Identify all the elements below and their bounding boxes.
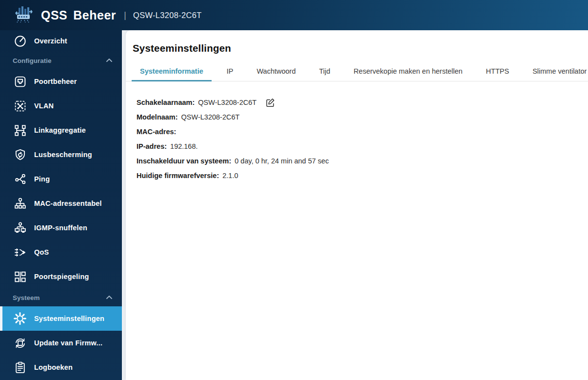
field-label: Modelnaam:: [137, 113, 178, 121]
sidebar-item-poortbeheer[interactable]: Poortbeheer: [0, 69, 122, 94]
sidebar-item-label: Update van Firmw...: [34, 339, 102, 347]
port-mirroring-icon: [13, 269, 27, 284]
sidebar-item-label: Linkaggregatie: [34, 126, 86, 134]
page-title: Systeeminstellingen: [133, 42, 588, 54]
device-name: QSW-L3208-2C6T: [133, 11, 202, 20]
sidebar-item-label: IGMP-snuffelen: [34, 224, 87, 232]
sidebar-item-linkaggregatie[interactable]: Linkaggregatie: [0, 118, 122, 142]
field-value: 2.1.0: [222, 172, 238, 180]
sidebar-item-label: Poortbeheer: [34, 78, 77, 85]
sidebar-item-label: QoS: [34, 248, 49, 256]
firmware-update-icon: [13, 336, 27, 350]
tab-wachtwoord[interactable]: Wachtwoord: [248, 62, 304, 81]
field-label: Huidige firmwarefversie:: [137, 172, 219, 180]
sidebar-item-label: Logboeken: [34, 363, 73, 371]
ping-branch-icon: [13, 172, 27, 186]
field-label: Inschakelduur van systeem:: [137, 157, 231, 165]
system-info-fields: Schakelaarnaam: QSW-L3208-2C6T Modelnaam…: [137, 98, 588, 180]
edit-pencil-icon: [266, 98, 275, 107]
field-value: 0 day, 0 hr, 24 min and 57 sec: [235, 157, 329, 165]
sidebar-item-vlan[interactable]: VLAN: [0, 94, 122, 118]
section-label: Configuratie: [13, 57, 52, 64]
sidebar-item-label: Ping: [34, 175, 50, 183]
qos-arrows-icon: [13, 245, 27, 260]
tab-bar: Systeeminformatie IP Wachtwoord Tijd Res…: [132, 62, 588, 81]
sidebar-section-systeem[interactable]: Systeem: [0, 289, 122, 306]
sidebar-item-update-firmware[interactable]: Update van Firmw...: [0, 331, 122, 355]
mac-table-tree-icon: [13, 196, 27, 211]
app-title: QSS Beheer: [41, 8, 116, 22]
sidebar-item-qos[interactable]: QoS: [0, 240, 122, 264]
sidebar-item-lusbescherming[interactable]: Lusbescherming: [0, 142, 122, 167]
field-firmwareversie: Huidige firmwarefversie: 2.1.0: [137, 171, 588, 180]
gear-icon: [13, 311, 27, 326]
field-inschakelduur: Inschakelduur van systeem: 0 day, 0 hr, …: [137, 156, 588, 166]
vlan-icon: [13, 99, 27, 113]
sidebar-item-overzicht[interactable]: Overzicht: [0, 30, 122, 52]
igmp-snooping-icon: [13, 220, 27, 235]
top-app-bar: QSS Beheer | QSW-L3208-2C6T: [0, 0, 588, 30]
sidebar-item-poortspiegeling[interactable]: Poortspiegeling: [0, 264, 122, 289]
field-label: Schakelaarnaam:: [137, 99, 195, 106]
tab-tijd[interactable]: Tijd: [311, 62, 339, 81]
main-content-card: Systeeminstellingen Systeeminformatie IP…: [126, 30, 588, 380]
tab-https[interactable]: HTTPS: [478, 62, 518, 81]
field-ip-adres: IP-adres: 192.168.: [137, 141, 588, 151]
link-aggregation-icon: [13, 123, 27, 138]
sidebar-item-igmp-snuffelen[interactable]: IGMP-snuffelen: [0, 216, 122, 240]
field-value: 192.168.: [170, 142, 197, 150]
sidebar-item-label: Lusbescherming: [34, 151, 92, 159]
sidebar-item-mac-adressentabel[interactable]: MAC-adressentabel: [0, 191, 122, 216]
tab-ip[interactable]: IP: [218, 62, 242, 81]
tab-systeeminformatie[interactable]: Systeeminformatie: [132, 62, 212, 81]
field-label: IP-adres:: [137, 142, 167, 150]
title-separator: |: [124, 10, 126, 20]
brand-primary: QSS: [41, 8, 67, 22]
field-label: MAC-adres:: [137, 128, 176, 136]
tab-reservekopie[interactable]: Reservekopie maken en herstellen: [345, 62, 470, 81]
section-label: Systeem: [13, 294, 40, 301]
sidebar-item-label: MAC-adressentabel: [34, 200, 102, 207]
sidebar-nav: Overzicht Configuratie Poortbeheer: [0, 30, 122, 380]
field-schakelaarnaam: Schakelaarnaam: QSW-L3208-2C6T: [137, 98, 588, 107]
sidebar-item-label: VLAN: [34, 102, 54, 110]
sidebar-item-label: Systeeminstellingen: [34, 315, 104, 322]
sidebar-item-label: Poortspiegeling: [34, 273, 89, 280]
shield-loop-icon: [13, 147, 27, 162]
gauge-icon: [13, 34, 27, 48]
chevron-up-icon[interactable]: [105, 294, 113, 301]
tab-slimme-ventilator[interactable]: Slimme ventilator: [524, 62, 588, 81]
brand-secondary: Beheer: [73, 8, 116, 22]
logbook-icon: [13, 360, 27, 375]
edit-switch-name-button[interactable]: [265, 98, 275, 107]
ethernet-port-icon: [13, 74, 27, 89]
field-mac-adres: MAC-adres:: [137, 127, 588, 137]
sidebar-item-ping[interactable]: Ping: [0, 167, 122, 191]
field-value: QSW-L3208-2C6T: [181, 113, 240, 121]
chevron-up-icon[interactable]: [105, 57, 113, 64]
field-modelnaam: Modelnaam: QSW-L3208-2C6T: [137, 112, 588, 122]
sidebar-item-logboeken[interactable]: Logboeken: [0, 355, 122, 380]
sidebar-item-systeeminstellingen[interactable]: Systeeminstellingen: [0, 306, 122, 331]
field-value: QSW-L3208-2C6T: [198, 99, 256, 106]
sidebar-item-label: Overzicht: [34, 37, 67, 45]
sidebar-section-configuratie[interactable]: Configuratie: [0, 52, 122, 69]
qss-switch-logo-icon: [14, 5, 34, 25]
